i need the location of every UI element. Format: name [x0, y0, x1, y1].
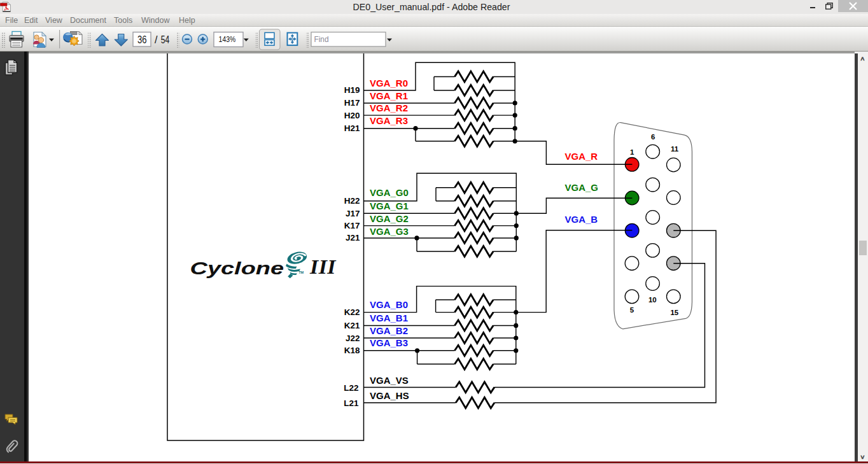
svg-text:K21: K21	[344, 321, 360, 330]
svg-text:J21: J21	[346, 233, 360, 243]
svg-text:K22: K22	[344, 307, 360, 317]
svg-text:VGA_G3: VGA_G3	[370, 226, 409, 237]
svg-text:VGA_B3: VGA_B3	[370, 337, 408, 348]
svg-text:VGA_R0: VGA_R0	[370, 78, 408, 88]
svg-text:11: 11	[671, 145, 679, 153]
svg-text:10: 10	[648, 296, 657, 304]
svg-text:1: 1	[630, 148, 634, 156]
svg-text:143%: 143%	[219, 34, 236, 44]
svg-text:III: III	[309, 256, 337, 278]
svg-text:TM: TM	[298, 271, 304, 274]
svg-text:VGA_B: VGA_B	[565, 214, 598, 225]
svg-text:VGA_R: VGA_R	[565, 151, 598, 162]
svg-text:36: 36	[137, 34, 147, 46]
svg-text:VGA_R2: VGA_R2	[370, 102, 408, 113]
svg-text:H19: H19	[344, 85, 360, 95]
svg-text:J22: J22	[346, 334, 360, 343]
svg-text:Find: Find	[314, 34, 329, 44]
svg-text:VGA_G0: VGA_G0	[370, 187, 409, 198]
svg-text:6: 6	[651, 133, 655, 141]
svg-text:Cyclone: Cyclone	[190, 258, 284, 278]
svg-text:L22: L22	[344, 383, 358, 393]
svg-text:VGA_G2: VGA_G2	[370, 213, 409, 224]
svg-text:VGA_HS: VGA_HS	[370, 390, 409, 401]
svg-text:VGA_R1: VGA_R1	[370, 90, 408, 101]
svg-text:VGA_G: VGA_G	[565, 182, 599, 193]
svg-text:H22: H22	[344, 196, 360, 206]
svg-text:VGA_B0: VGA_B0	[370, 299, 408, 310]
svg-text:15: 15	[670, 309, 678, 316]
svg-text:L21: L21	[344, 398, 359, 408]
svg-text:VGA_G1: VGA_G1	[370, 200, 409, 211]
svg-text:J17: J17	[346, 209, 360, 218]
svg-text:54: 54	[161, 34, 169, 46]
svg-text:H21: H21	[344, 123, 360, 133]
svg-text:5: 5	[630, 306, 634, 314]
svg-text:VGA_VS: VGA_VS	[370, 375, 409, 386]
svg-text:K18: K18	[344, 346, 360, 355]
svg-text:/: /	[155, 34, 158, 45]
svg-text:H20: H20	[344, 111, 360, 120]
svg-text:K17: K17	[344, 221, 360, 230]
svg-text:H17: H17	[344, 98, 360, 108]
svg-text:VGA_B1: VGA_B1	[370, 313, 408, 323]
svg-text:VGA_B2: VGA_B2	[370, 325, 408, 336]
svg-text:VGA_R3: VGA_R3	[370, 115, 408, 126]
